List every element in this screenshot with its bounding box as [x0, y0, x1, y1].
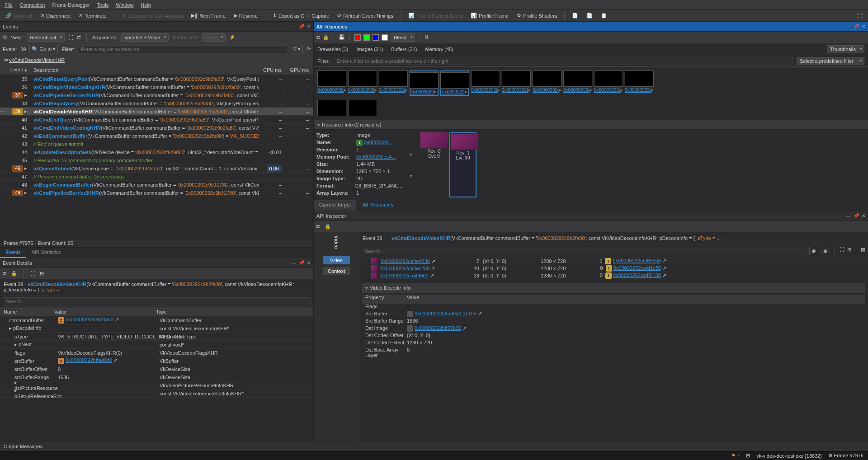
detail-row[interactable]: ▸ pDecodeInfoconst VkVideoDecodeInfoKHR*: [0, 324, 313, 333]
close-icon[interactable]: ✕: [307, 24, 311, 29]
marker-dropdown[interactable]: None: [202, 33, 226, 42]
expand-icon[interactable]: ⛶: [855, 12, 865, 19]
close-icon[interactable]: ✕: [862, 213, 865, 218]
capture-live-button[interactable]: ⏸ Capture for Live Analysis: [119, 12, 186, 19]
refresh-timings-button[interactable]: ⟳ Refresh Event Timings: [335, 12, 396, 19]
col-name[interactable]: Name: [0, 309, 54, 314]
event-row[interactable]: 35vkCmdResetQueryPool(VkCommandBuffer co…: [0, 75, 313, 83]
event-row[interactable]: 48vkBeginCommandBuffer(VkCommandBuffer c…: [0, 181, 313, 189]
col-cpu[interactable]: CPU ms: [259, 67, 286, 73]
alpha-channel[interactable]: [382, 34, 388, 41]
event-row[interactable]: 37 ▸vkCmdPipelineBarrier2KHR(VkCommandBu…: [0, 91, 313, 99]
refresh-icon[interactable]: ⟳: [307, 46, 311, 52]
detail-row[interactable]: srcBufferB 0x00000292bffed9d0 ↗VkBuffer: [0, 357, 313, 365]
pin-icon[interactable]: 📌: [854, 213, 859, 218]
tab-events[interactable]: Events: [0, 248, 26, 258]
event-row[interactable]: 36vkCmdBeginVideoCodingKHR(VkCommandBuff…: [0, 83, 313, 91]
pin-icon[interactable]: 📌: [299, 24, 304, 29]
menu-help[interactable]: Help: [141, 2, 151, 8]
details-search[interactable]: [3, 297, 311, 305]
tab-buffers[interactable]: Buffers (21): [391, 47, 417, 52]
video-decode-section[interactable]: Video Decode Info: [362, 283, 865, 293]
resource-filter-input[interactable]: [334, 57, 793, 65]
event-row[interactable]: 38vkCmdBeginQuery(VkCommandBuffer comman…: [0, 99, 313, 108]
filter-input[interactable]: [78, 45, 287, 53]
copy-icon[interactable]: ⧉: [316, 34, 320, 40]
thumbnails-dropdown[interactable]: Thumbnails: [827, 45, 864, 53]
next-frame-button[interactable]: ▶‖ Next Frame: [189, 12, 228, 19]
close-icon[interactable]: ✕: [307, 260, 311, 265]
scroll-up-icon[interactable]: ▴▾: [410, 151, 413, 179]
tool-icon-3[interactable]: 📋: [598, 12, 610, 19]
thumbnail[interactable]: [348, 100, 377, 116]
detail-row[interactable]: ▸ pNextconst void*: [0, 341, 313, 349]
pin-icon[interactable]: 📌: [854, 24, 859, 29]
tool-icon[interactable]: ⛶: [68, 35, 73, 40]
event-row[interactable]: 45// Recorded 15 commands to primary com…: [0, 156, 313, 164]
col-value[interactable]: Value: [54, 309, 156, 314]
event-row[interactable]: 43// End of queue submit: [0, 140, 313, 148]
col-desc[interactable]: Description: [32, 67, 259, 73]
revision-thumbnail[interactable]: Rev: 1Evt: 39: [449, 132, 476, 197]
inspector-search[interactable]: [362, 247, 807, 255]
menu-window[interactable]: Window: [116, 2, 133, 8]
event-row[interactable]: →39 ▸vkCmdDecodeVideoKHR(VkCommandBuffer…: [0, 108, 313, 116]
lock-icon[interactable]: 🔒: [325, 224, 331, 230]
event-row[interactable]: 49 ▸vkCmdPipelineBarrier2KHR(VkCommandBu…: [0, 189, 313, 197]
config-icon[interactable]: ⚙: [3, 34, 7, 40]
predefined-filter-dropdown[interactable]: Select a predefined filter: [797, 57, 864, 65]
collapse-icon[interactable]: ⊟: [40, 271, 44, 277]
context-button[interactable]: Context: [323, 267, 350, 275]
close-icon[interactable]: ✕: [862, 24, 865, 29]
event-row[interactable]: 41vkCmdEndVideoCodingKHR(VkCommandBuffer…: [0, 124, 313, 132]
view-dropdown[interactable]: Hierarchical: [27, 33, 65, 42]
save-icon[interactable]: 💾: [339, 34, 345, 40]
reference-row[interactable]: 0x00000292ca4ec250 ↗10{X: 0, Y: 0}1280 ×…: [362, 265, 865, 272]
filter-toggle[interactable]: ▽ ▾: [291, 45, 303, 53]
nav-icon[interactable]: ◉: [821, 247, 830, 255]
tab-all-resources[interactable]: All Resources: [357, 200, 399, 211]
event-row[interactable]: 40vkCmdEndQuery(VkCommandBuffer commandB…: [0, 116, 313, 124]
nav-icon[interactable]: ◉: [809, 247, 818, 255]
detail-row[interactable]: sTypeVK_STRUCTURE_TYPE_VIDEO_DECODE_INFO…: [0, 333, 313, 341]
menu-frame-debugger[interactable]: Frame Debugger: [52, 2, 90, 8]
connect-button[interactable]: 🔗 Connect: [3, 12, 35, 19]
lock-icon[interactable]: 🔒: [323, 34, 329, 40]
filter-icon[interactable]: ▦: [861, 247, 865, 255]
detail-row[interactable]: flagsVkVideoDecodeFlagsKHR(0)VkVideoDeco…: [0, 349, 313, 357]
copy-icon[interactable]: ⧉: [316, 224, 320, 230]
profile-frame-button[interactable]: 📊 Profile Frame: [468, 12, 511, 19]
thumbnail[interactable]: 0x00000292bff26f70▸: [410, 70, 439, 96]
reference-row[interactable]: 0x00000292ca4e4830 ↗7{X: 0, Y: 0}1280 × …: [362, 258, 865, 265]
terminate-button[interactable]: ✕ Terminate: [76, 12, 109, 19]
thumbnail[interactable]: 0x00000292bff28950▸: [471, 70, 500, 96]
thumbnail[interactable]: 0x00000292ca4e48...▸: [533, 70, 561, 96]
green-channel[interactable]: [363, 34, 370, 41]
collapse-icon[interactable]: ⊟: [847, 247, 851, 255]
detail-row[interactable]: commandBufferC 0x00000292c9b2fa80 ↗VkCom…: [0, 316, 313, 324]
tool-icon-2[interactable]: 📄: [584, 12, 595, 19]
thumbnail[interactable]: [317, 100, 346, 116]
col-type[interactable]: Type: [156, 309, 313, 314]
minimize-icon[interactable]: —: [292, 260, 296, 265]
menu-connection[interactable]: Connection: [20, 2, 45, 8]
tab-images[interactable]: Images (21): [356, 47, 383, 52]
expand-icon[interactable]: ⛶: [840, 247, 844, 255]
detail-row[interactable]: ▸ pSetupReferenceSlotconst VkVideoRefere…: [0, 390, 313, 398]
expand-icon[interactable]: ⛶: [30, 271, 35, 276]
sort-icon[interactable]: ⇅: [425, 34, 429, 40]
thumbnail[interactable]: 0x00000292ca4f30d0▸: [625, 70, 654, 96]
profile-event-button[interactable]: 📊 Profile Current Event: [406, 12, 465, 19]
goto-button[interactable]: 🔍 Go to ▾: [29, 45, 58, 53]
thumbnail[interactable]: 0x00000292bff27b30▸: [440, 70, 469, 96]
disconnect-button[interactable]: ⊘ Disconnect: [38, 12, 73, 19]
col-event[interactable]: Event ▴: [0, 67, 32, 73]
copy-icon[interactable]: ⧉: [3, 271, 6, 277]
args-dropdown[interactable]: Variable + Value: [121, 33, 169, 42]
blue-channel[interactable]: [373, 34, 379, 41]
tool-icon[interactable]: ⇄: [77, 34, 81, 40]
red-channel[interactable]: [354, 34, 361, 41]
breadcrumb-link[interactable]: vkCmdDecodeVideoKHR: [9, 57, 65, 63]
resource-info-header[interactable]: Resource Info (2 revisions): [314, 120, 868, 130]
thumbnail[interactable]: 0x00000292ca4ec2...▸: [594, 70, 623, 96]
